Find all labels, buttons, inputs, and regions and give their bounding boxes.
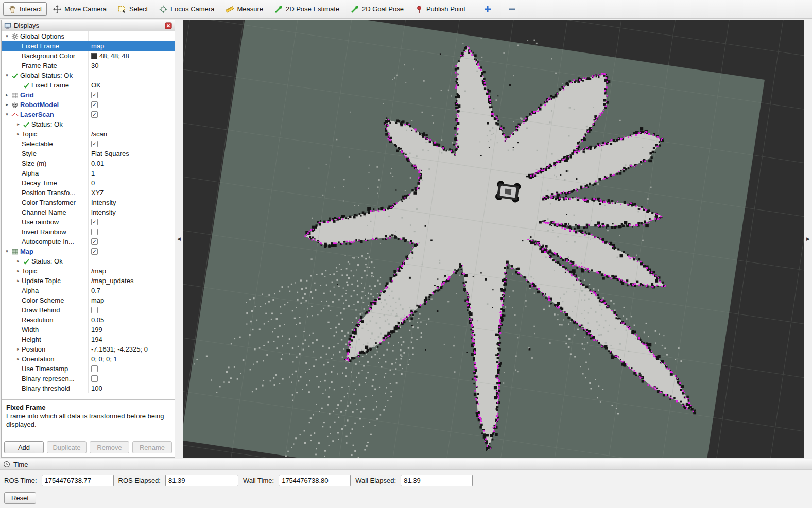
property-value-cell[interactable]: 48; 48; 48 [88, 51, 175, 61]
tree-row-width[interactable]: Width199 [2, 325, 175, 335]
right-splitter-arrow-icon[interactable]: ▶ [806, 236, 810, 241]
tree-row-status-ok[interactable]: ▸Status: Ok [2, 119, 175, 129]
checkbox[interactable]: ✓ [91, 111, 98, 118]
property-value-cell[interactable]: 0.01 [88, 159, 175, 168]
right-dock-splitter[interactable]: ▶ [804, 19, 812, 459]
tool-remove-tool-button[interactable] [505, 2, 519, 16]
tool-focus-camera-button[interactable]: Focus Camera [154, 2, 219, 16]
expander-icon[interactable]: ▾ [4, 247, 10, 256]
property-value-cell[interactable]: 30 [88, 61, 175, 71]
expander-icon[interactable]: ▸ [15, 266, 22, 276]
checkbox[interactable] [91, 375, 98, 382]
property-value-cell[interactable]: 0.7 [88, 286, 175, 295]
tree-row-alpha[interactable]: Alpha0.7 [2, 286, 175, 295]
expander-icon[interactable]: ▾ [4, 110, 10, 119]
tree-row-background-color[interactable]: Background Color48; 48; 48 [2, 51, 175, 61]
tree-row-color-scheme[interactable]: Color Schememap [2, 295, 175, 305]
property-value-cell[interactable]: 0 [88, 178, 175, 188]
tool-add-tool-button[interactable] [481, 2, 495, 16]
property-value-cell[interactable]: /map_updates [88, 276, 175, 286]
expander-icon[interactable]: ▾ [4, 31, 10, 41]
expander-icon[interactable]: ▸ [15, 129, 22, 139]
left-dock-splitter[interactable]: ◀ [175, 19, 183, 459]
close-displays-button[interactable] [165, 22, 172, 29]
property-value-cell[interactable]: intensity [88, 207, 175, 217]
property-value-cell[interactable]: 0.05 [88, 315, 175, 325]
expander-icon[interactable]: ▸ [15, 354, 22, 364]
tree-row-use-timestamp[interactable]: Use Timestamp [2, 364, 175, 374]
tree-row-color-transformer[interactable]: Color TransformerIntensity [2, 198, 175, 207]
tree-row-binary-represen[interactable]: Binary represen... [2, 374, 175, 383]
tree-row-update-topic[interactable]: ▸Update Topic/map_updates [2, 276, 175, 286]
tree-row-height[interactable]: Height194 [2, 335, 175, 344]
tree-row-binary-threshold[interactable]: Binary threshold100 [2, 383, 175, 393]
property-value-cell[interactable]: /scan [88, 129, 175, 139]
tree-row-resolution[interactable]: Resolution0.05 [2, 315, 175, 325]
tree-row-topic[interactable]: ▸Topic/map [2, 266, 175, 276]
tool-publish-point-button[interactable]: Publish Point [410, 2, 471, 16]
tree-row-grid[interactable]: ▸Grid✓ [2, 90, 175, 100]
tree-row-alpha[interactable]: Alpha1 [2, 168, 175, 178]
expander-icon[interactable]: ▸ [15, 119, 22, 129]
left-splitter-arrow-icon[interactable]: ◀ [177, 236, 181, 241]
remove-button[interactable]: Remove [90, 441, 129, 453]
checkbox[interactable]: ✓ [91, 219, 98, 225]
wall-elapsed-input[interactable] [401, 475, 473, 486]
property-value-cell[interactable]: OK [88, 80, 175, 90]
tree-row-selectable[interactable]: Selectable✓ [2, 139, 175, 149]
property-value-cell[interactable]: map [88, 41, 175, 51]
checkbox[interactable] [91, 229, 98, 235]
checkbox[interactable]: ✓ [91, 101, 98, 108]
ros-time-input[interactable] [42, 475, 114, 486]
tree-row-position-transfo[interactable]: Position Transfo...XYZ [2, 188, 175, 198]
ros-elapsed-input[interactable] [165, 475, 238, 486]
checkbox[interactable] [91, 365, 98, 372]
tool-select-button[interactable]: Select [113, 2, 153, 16]
tree-row-frame-rate[interactable]: Frame Rate30 [2, 61, 175, 71]
tree-row-style[interactable]: StyleFlat Squares [2, 149, 175, 159]
expander-icon[interactable]: ▸ [15, 344, 22, 354]
tree-row-status-ok[interactable]: ▸Status: Ok [2, 256, 175, 266]
tree-row-autocompute-in[interactable]: Autocompute In...✓ [2, 237, 175, 247]
wall-time-input[interactable] [279, 475, 351, 486]
property-value-cell[interactable]: map [88, 295, 175, 305]
3d-viewport[interactable] [183, 20, 804, 458]
duplicate-button[interactable]: Duplicate [47, 441, 87, 453]
tree-row-laserscan[interactable]: ▾LaserScan✓ [2, 110, 175, 119]
expander-icon[interactable]: ▸ [15, 276, 22, 286]
checkbox[interactable]: ✓ [91, 141, 98, 147]
property-value-cell[interactable]: 194 [88, 335, 175, 344]
property-value-cell[interactable]: /map [88, 266, 175, 276]
tree-row-channel-name[interactable]: Channel Nameintensity [2, 207, 175, 217]
property-value-cell[interactable]: 100 [88, 383, 175, 393]
tree-row-robotmodel[interactable]: ▸RobotModel✓ [2, 100, 175, 110]
property-value-cell[interactable]: 1 [88, 168, 175, 178]
property-value-cell[interactable]: 0; 0; 0; 1 [88, 354, 175, 364]
reset-button[interactable]: Reset [4, 492, 36, 504]
tree-row-orientation[interactable]: ▸Orientation0; 0; 0; 1 [2, 354, 175, 364]
expander-icon[interactable]: ▾ [4, 71, 10, 80]
tree-row-draw-behind[interactable]: Draw Behind [2, 305, 175, 315]
property-value-cell[interactable]: Flat Squares [88, 149, 175, 159]
rename-button[interactable]: Rename [132, 441, 172, 453]
tree-row-position[interactable]: ▸Position-7.1631; -4.2325; 0 [2, 344, 175, 354]
tool-move-camera-button[interactable]: Move Camera [48, 2, 112, 16]
property-value-cell[interactable]: Intensity [88, 198, 175, 207]
property-value-cell[interactable]: -7.1631; -4.2325; 0 [88, 344, 175, 354]
tree-row-decay-time[interactable]: Decay Time0 [2, 178, 175, 188]
property-value-cell[interactable]: 199 [88, 325, 175, 335]
tool-pose-estimate-button[interactable]: 2D Pose Estimate [269, 2, 344, 16]
tree-row-global-options[interactable]: ▾Global Options [2, 31, 175, 41]
property-value-cell[interactable]: XYZ [88, 188, 175, 198]
tree-row-topic[interactable]: ▸Topic/scan [2, 129, 175, 139]
expander-icon[interactable]: ▸ [4, 100, 10, 110]
tool-interact-button[interactable]: Interact [3, 2, 47, 16]
tool-goal-pose-button[interactable]: 2D Goal Pose [345, 2, 409, 16]
checkbox[interactable]: ✓ [91, 238, 98, 245]
tool-measure-button[interactable]: Measure [220, 2, 268, 16]
tree-row-size-m[interactable]: Size (m)0.01 [2, 159, 175, 168]
tree-row-fixed-frame[interactable]: Fixed Framemap [2, 41, 175, 51]
checkbox[interactable]: ✓ [91, 92, 98, 98]
tree-row-use-rainbow[interactable]: Use rainbow✓ [2, 217, 175, 227]
add-button[interactable]: Add [4, 441, 44, 453]
